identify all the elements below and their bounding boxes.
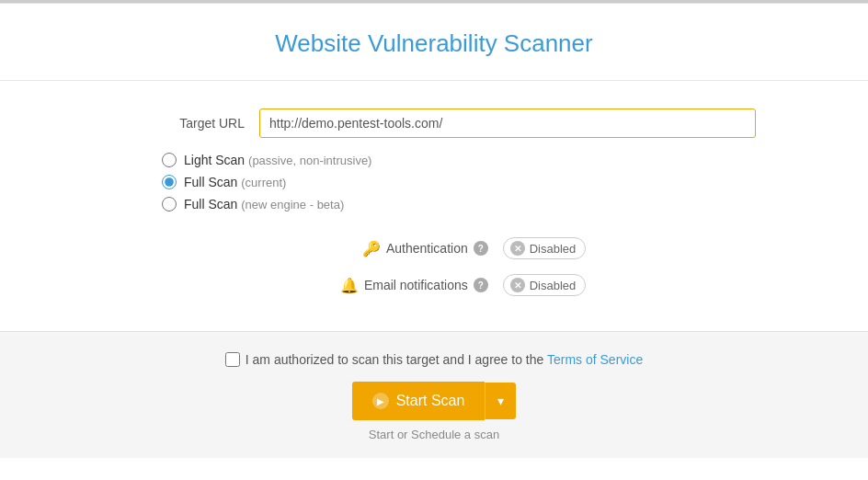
radio-light-input[interactable] [162,153,177,167]
scan-options: Light Scan (passive, non-intrusive) Full… [162,153,868,211]
email-notifications-label: Email notifications [364,278,468,292]
radio-light-scan[interactable]: Light Scan (passive, non-intrusive) [162,153,868,167]
authentication-label: Authentication [386,241,468,256]
start-btn-row: ▶ Start Scan ▾ [0,382,868,420]
email-help-icon[interactable]: ? [474,278,488,292]
email-x-circle: ✕ [510,278,525,292]
authentication-help-icon[interactable]: ? [474,241,488,256]
target-url-label: Target URL [112,116,259,131]
radio-full-input[interactable] [162,175,177,189]
radio-full-beta-label: Full Scan (new engine - beta) [184,197,344,211]
radio-full-beta-scan[interactable]: Full Scan (new engine - beta) [162,197,868,211]
radio-light-label: Light Scan (passive, non-intrusive) [184,153,371,167]
tos-row: I am authorized to scan this target and … [0,352,868,367]
email-notifications-disabled-badge[interactable]: ✕ Disabled [503,274,587,296]
tos-link[interactable]: Terms of Service [547,352,643,367]
authentication-status: Disabled [530,242,577,256]
radio-full-scan[interactable]: Full Scan (current) [162,175,868,189]
chevron-down-icon: ▾ [497,394,504,408]
email-notifications-row: 🔔 Email notifications ? ✕ Disabled [0,267,868,303]
page-title-section: Website Vulnerability Scanner [0,4,868,81]
authentication-row: 🔑 Authentication ? ✕ Disabled [0,230,868,267]
bottom-section: I am authorized to scan this target and … [0,331,868,458]
start-scan-label: Start Scan [396,393,465,409]
key-icon: 🔑 [362,240,381,257]
radio-full-label: Full Scan (current) [184,175,286,189]
authentication-disabled-badge[interactable]: ✕ Disabled [503,237,587,259]
authentication-x-circle: ✕ [510,241,525,256]
authentication-label-area: 🔑 Authentication ? [282,240,503,257]
radio-full-beta-input[interactable] [162,197,177,211]
start-scan-dropdown-button[interactable]: ▾ [485,383,516,419]
email-notifications-status: Disabled [530,279,577,292]
play-icon: ▶ [372,393,389,409]
target-url-input[interactable] [259,109,756,138]
main-content: Target URL Light Scan (passive, non-intr… [0,81,868,303]
start-scan-button[interactable]: ▶ Start Scan [352,382,485,420]
page-title: Website Vulnerability Scanner [0,29,868,58]
target-url-row: Target URL [0,109,868,138]
tos-text: I am authorized to scan this target and … [246,352,643,367]
tos-checkbox[interactable] [225,352,240,367]
bell-icon: 🔔 [340,277,359,294]
scan-hint: Start or Schedule a scan [0,428,868,441]
email-label-area: 🔔 Email notifications ? [282,277,503,294]
